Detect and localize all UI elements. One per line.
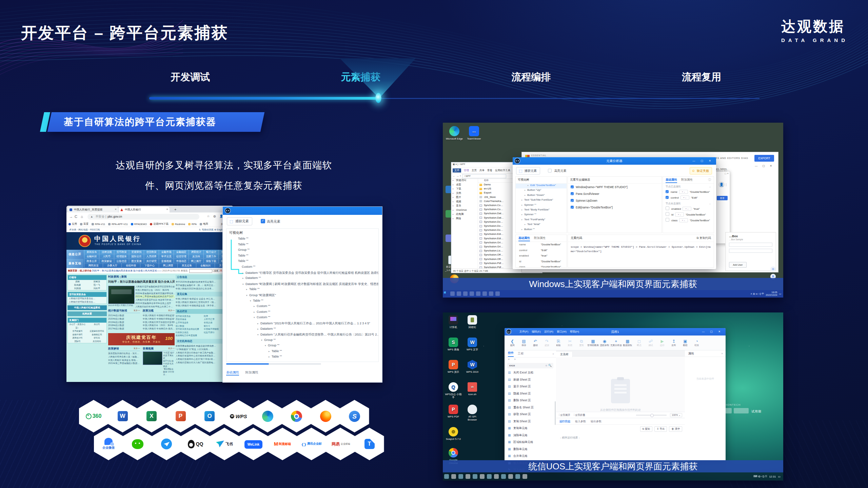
- tree-row[interactable]: ▸Text "Arial": [516, 223, 567, 227]
- command-item[interactable]: ▦合并单元格: [505, 452, 556, 460]
- horizontal-scrollbar[interactable]: [226, 363, 321, 365]
- highlight-checkbox[interactable]: [261, 219, 265, 223]
- leader-link[interactable]: 刘桂平: [87, 287, 106, 290]
- nav-item[interactable]: 国际交往: [129, 254, 144, 259]
- toolbar-button[interactable]: ↶撤销: [530, 339, 541, 347]
- nav-item[interactable]: 报告下载: [203, 259, 218, 263]
- bookmark-item[interactable]: RPA-V11: [92, 223, 105, 226]
- zoom-slider[interactable]: [636, 415, 667, 415]
- tree-row[interactable]: ▸Edit "DoubleTextBox": [516, 184, 567, 188]
- news-item[interactable]: 人民银行副行长刘桂平线上出席二十…: [135, 305, 175, 308]
- nav-item[interactable]: 宏观审慎: [129, 250, 144, 254]
- command-item[interactable]: ▤获取 Sheet 页: [505, 411, 556, 418]
- interpret-item[interactable]: 2021年第三季度金融统计数据…: [108, 362, 140, 365]
- desktop-icon-WPS-文字[interactable]: WWPS 文字: [464, 338, 481, 351]
- dept-link[interactable]: 办公厅（党委办公室）: [68, 323, 87, 329]
- nav-item[interactable]: 金融稳定: [174, 250, 189, 254]
- news-item[interactable]: 人民银行召开金融机构货币信贷形势分析…: [135, 285, 175, 288]
- command-item[interactable]: ▥关闭 Excel 文档: [505, 369, 556, 376]
- tool-titlebar[interactable]: [223, 207, 382, 215]
- tree-row[interactable]: ▸DataItem "": [226, 276, 378, 282]
- taskbar-icon[interactable]: [470, 291, 474, 296]
- news-item[interactable]: 2020年度金融科技发展奖实施评审结果…: [135, 292, 175, 295]
- toolbar-button[interactable]: ◉流程录制: [599, 339, 610, 347]
- designer-titlebar[interactable]: 流程1 文件(F)编辑(E)运行(R)窗口(W)帮助(H) — ▢ ✕: [505, 328, 726, 336]
- nav-item[interactable]: 在线申报: [121, 263, 140, 268]
- start-button[interactable]: [444, 291, 448, 296]
- log-action-button[interactable]: 🗑 清空: [669, 426, 682, 432]
- law-item[interactable]: 中国人民银行 中国银行保险监督管…: [143, 317, 175, 321]
- stats-item[interactable]: 2017年统计数据: [108, 327, 140, 330]
- tree-row[interactable]: ▾DataItem "时政要闻 | 新闻 时政要闻区 统计数据与标准区 政策法规…: [226, 282, 378, 288]
- tree-row[interactable]: ▸Text "SubTitle FontSize": [516, 198, 567, 203]
- nav-item[interactable]: 金融知识: [196, 263, 215, 268]
- av-item[interactable]: “秉持国际金融体/ 央行营业…: [163, 368, 175, 376]
- canvas-tab[interactable]: 主流程: [556, 352, 573, 357]
- home-icon[interactable]: ⌂: [81, 215, 83, 219]
- address-bar[interactable]: ▲ 不安全 |pbc.gov.cn: [87, 214, 199, 220]
- toolbar-button[interactable]: ▣教程: [679, 339, 691, 347]
- nav-item[interactable]: 下载中心: [140, 263, 159, 268]
- tab-input-params[interactable]: 输入参数: [575, 420, 586, 423]
- window-controls[interactable]: — ▢ ✕: [755, 164, 774, 167]
- nav-item[interactable]: 党建工作: [203, 254, 218, 259]
- tree-row[interactable]: ▾DataItem "人民银行召开金融机构货币信贷形势… 中国人民银行公告〔20…: [226, 332, 378, 338]
- more-link[interactable]: 更多>>: [134, 347, 140, 350]
- node-row[interactable]: Pane.ScrollViewer: [568, 190, 662, 197]
- node-checkbox[interactable]: [571, 199, 574, 202]
- stats-item[interactable]: 2021年统计数据: [108, 314, 140, 317]
- operator-select[interactable]: = ⌄: [675, 212, 684, 217]
- toolbar-button[interactable]: ▤保存: [518, 339, 530, 347]
- capture-element-button[interactable]: 捕获元素: [516, 167, 540, 175]
- nav-item[interactable]: 人民币: [99, 254, 114, 259]
- dept-link[interactable]: 金融市场司: [68, 333, 87, 336]
- ribbon-tab[interactable]: 查看: [487, 169, 492, 172]
- operator-select[interactable]: = ⌄: [680, 196, 689, 200]
- capture-element-button[interactable]: 捕获元素: [227, 217, 252, 225]
- sidebar-item[interactable]: 文档: [451, 191, 478, 196]
- ribbon-tab[interactable]: 共享: [479, 169, 485, 172]
- nav-item[interactable]: 网上展厅: [189, 259, 203, 263]
- sidebar-item[interactable]: 桌面: [451, 183, 478, 187]
- tree-row[interactable]: ▸Custom "": [226, 310, 378, 316]
- export-button[interactable]: EXPORT: [754, 155, 774, 162]
- taskbar-icon[interactable]: [495, 291, 500, 296]
- nav-item[interactable]: 央行研究: [144, 259, 159, 263]
- stats-item[interactable]: 2018年统计数据: [108, 324, 140, 327]
- toolbar-button[interactable]: ◔社区: [691, 339, 703, 347]
- menu-item[interactable]: 窗口(W): [557, 328, 567, 336]
- reload-icon[interactable]: C: [75, 215, 77, 219]
- update-headline-link[interactable]: 刘桂平：努力以普惠金融的高质量发展 助力全体人民共同富裕——: [92, 269, 162, 272]
- bookmark-item[interactable]: 电商: [200, 222, 208, 226]
- tree-row[interactable]: ▾Table "": [226, 299, 378, 305]
- toolbar-button[interactable]: ⌖元素分析器: [610, 339, 622, 347]
- tree-row[interactable]: ▸Table "": [226, 287, 378, 293]
- command-item[interactable]: ▦删除单元格: [505, 446, 556, 453]
- sidebar-link[interactable]: 人民银行货币政策委员会…: [68, 297, 106, 300]
- desktop-icon-WPS-表格[interactable]: SWPS 表格: [445, 338, 462, 351]
- nav-item[interactable]: 人员招录: [144, 254, 159, 259]
- discipline-box[interactable]: 中国人民银行纪检监察组: [67, 305, 107, 310]
- leader-link[interactable]: 陈雨露: [68, 283, 87, 287]
- interpret-item[interactable]: 人民银行有关负责人就《金融…: [108, 355, 140, 359]
- sample-input[interactable]: [729, 243, 772, 247]
- nav-item[interactable]: 征信管理: [174, 254, 189, 259]
- hot-link[interactable]: 货币政策委员会例会纪要: [176, 327, 204, 331]
- desktop-icon-回收站[interactable]: 回收站: [464, 315, 481, 329]
- interpret-item[interactable]: 国务院政策例行吹风会：加大…: [108, 352, 140, 355]
- toolbar-button[interactable]: ✂剪切: [564, 339, 576, 347]
- node-checkbox[interactable]: [571, 206, 574, 209]
- dept-link[interactable]: 调查统计司: [68, 336, 87, 340]
- stats-item[interactable]: 2019年统计数据: [108, 321, 140, 324]
- toolbar-button[interactable]: ⧉复制: [576, 339, 587, 347]
- sidebar-item[interactable]: 图片: [451, 195, 478, 200]
- sidebar-item[interactable]: 音乐: [451, 204, 478, 208]
- prop-checkbox[interactable]: [666, 218, 669, 222]
- back-icon[interactable]: →: [69, 215, 73, 219]
- taskbar-icon[interactable]: [457, 291, 461, 296]
- highlight-checkbox[interactable]: [548, 169, 552, 172]
- more-link[interactable]: 更多>>: [168, 309, 175, 312]
- law-item[interactable]: 中国人民银行令〔2021〕第4号（…: [143, 324, 175, 327]
- tab-item[interactable]: 流程编排: [511, 70, 551, 84]
- nav-item[interactable]: 调查统计: [189, 250, 203, 254]
